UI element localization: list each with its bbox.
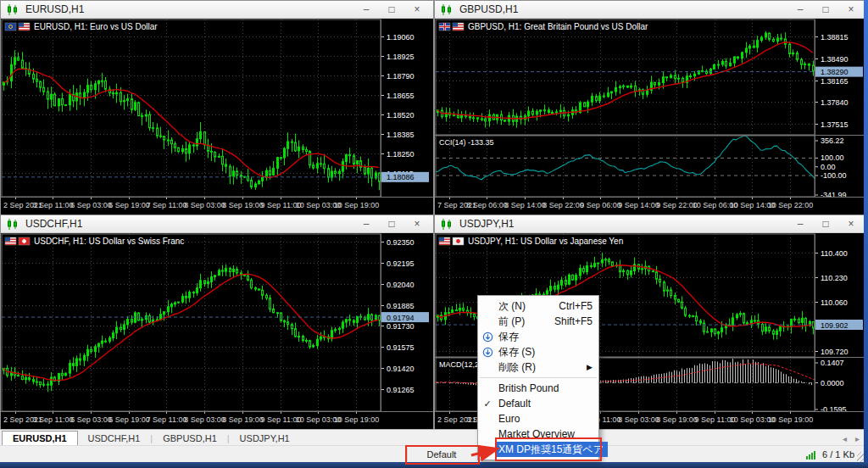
chart-background [1,19,433,214]
window-controls: – □ × [360,3,423,15]
time-tick: 6 Sep 03:00 [70,415,112,424]
windows-taskbar-edge [0,462,868,468]
menu-item-save-as[interactable]: 保存 (S) [478,344,598,359]
window-titlebar[interactable]: EURUSD,H1 – □ × [1,1,433,19]
minimize-icon[interactable]: – [360,3,372,15]
window-title: USDJPY,H1 [459,218,794,230]
chart-title-text: GBPUSD, H1: Great Britain Pound vs US Do… [468,22,648,31]
chart-window-gbpusd: GBPUSD,H1 – □ × 7 Sep 20218 Sep 06:008 S… [434,0,868,214]
chart-title-text: USDCHF, H1: US Dollar vs Swiss Franc [34,237,184,246]
window-title: EURUSD,H1 [25,3,360,15]
close-icon[interactable]: × [411,3,423,15]
price-tick: 1.18790 [387,72,415,81]
menu-item-delete[interactable]: 削除 (R)▶ [478,359,598,375]
price-tick: 0.91885 [387,302,415,310]
chart-window-icon [6,4,21,15]
menu-item-default[interactable]: ✓ Default [478,396,598,411]
tab-scroll-right-icon[interactable]: ▸ [855,434,860,443]
menu-separator [480,377,597,378]
menu-item-save[interactable]: 保存 [478,329,598,344]
desktop-edge-strip [864,0,868,462]
tab-usdchf[interactable]: USDCHF,H1 [78,432,151,446]
menu-item-market-overview[interactable]: Market Overview [478,426,598,442]
minimize-icon[interactable]: – [794,218,806,230]
price-tick: 0.92195 [387,259,415,268]
time-tick: 10 Sep 19:00 [768,415,814,424]
price-tick: 109.720 [821,348,849,356]
tab-usdjpy[interactable]: USDJPY,H1 [230,432,300,446]
indicator-label: CCI(14) -133.35 [439,138,494,147]
chart-background [435,19,867,214]
menu-item-british-pound[interactable]: British Pound [478,381,598,396]
window-titlebar[interactable]: USDJPY,H1 – □ × [435,215,867,233]
price-tick: 0.91265 [387,386,415,394]
price-tick: 1.18925 [387,53,415,61]
status-profile-selector[interactable]: Default [407,448,476,461]
indicator-tick: 0.00 [821,163,836,171]
window-titlebar[interactable]: GBPUSD,H1 – □ × [435,1,867,19]
minimize-icon[interactable]: – [360,218,372,230]
menu-item-previous[interactable]: 前 (P)Shift+F5 [478,314,598,329]
price-tick: 1.18385 [387,131,415,139]
indicator-tick: 100.00 [821,153,844,162]
window-titlebar[interactable]: USDCHF,H1 – □ × [1,215,433,233]
status-bar: Default 6 / 1 Kb [0,445,868,463]
chart-title-text: EURUSD, H1: Euro vs US Dollar [34,22,158,31]
price-tick: 0.92040 [387,281,415,289]
price-tick: 0.91420 [387,365,415,373]
traffic-label: 6 / 1 Kb [822,449,854,460]
menu-item-xm-dp-profile[interactable]: XM DP推奨15通貨ペア [478,442,598,457]
save-icon [478,347,497,358]
check-icon: ✓ [478,398,497,410]
chart-symbol-label: EURUSD, H1: Euro vs US Dollar [4,22,158,31]
maximize-icon[interactable]: □ [820,3,832,15]
chart-window-icon [6,219,21,230]
maximize-icon[interactable]: □ [386,3,398,15]
tab-eurusd[interactable]: EURUSD,H1 [2,431,78,446]
chart-window-usdchf: USDCHF,H1 – □ × 2 Sep 20213 Sep 11:006 S… [0,214,434,429]
time-tick: 9 Sep 06:00 [580,201,621,209]
time-tick: 10 Sep 19:00 [334,415,380,424]
tab-gbpusd[interactable]: GBPUSD,H1 [153,432,227,446]
close-icon[interactable]: × [845,218,857,230]
flag-icon-jp [453,237,464,245]
connection-status: 6 / 1 Kb [806,448,854,461]
current-price-label: 1.18086 [387,173,415,181]
menu-item-next[interactable]: 次 (N)Ctrl+F5 [478,298,598,314]
time-tick: 8 Sep 19:00 [656,415,698,424]
menu-item-euro[interactable]: Euro [478,411,598,426]
chart-tab-bar: EURUSD,H1 USDCHF,H1 | GBPUSD,H1 | USDJPY… [0,429,868,446]
price-tick: 110.230 [821,274,848,282]
close-icon[interactable]: × [845,3,857,15]
chart-symbol-label: GBPUSD, H1: Great Britain Pound vs US Do… [438,22,648,31]
minimize-icon[interactable]: – [794,3,806,15]
indicator-tick: 0.0000 [821,379,844,387]
flag-icon-us [453,23,464,31]
price-tick: 110.060 [821,298,848,307]
chart-context-menu: 次 (N)Ctrl+F5 前 (P)Shift+F5 保存 保存 (S) 削除 … [477,295,599,460]
chart-eurusd[interactable]: 2 Sep 20213 Sep 11:006 Sep 03:006 Sep 19… [1,19,433,214]
tab-scroll-controls: ◂ ▸ [843,434,860,446]
flag-icon-us [439,237,450,245]
time-tick: 8 Sep 14:00 [504,201,546,209]
signal-bars-icon [806,449,818,460]
price-tick: 0.92350 [387,238,415,247]
chart-usdchf[interactable]: 2 Sep 20213 Sep 11:006 Sep 03:006 Sep 19… [1,233,433,429]
indicator-tick: 0.1407 [821,359,844,367]
price-tick: 0.91730 [387,322,415,331]
time-tick: 8 Sep 19:00 [222,201,264,209]
window-title: USDCHF,H1 [25,218,360,230]
close-icon[interactable]: × [411,218,423,230]
chart-gbpusd[interactable]: 7 Sep 20218 Sep 06:008 Sep 14:008 Sep 22… [435,19,867,214]
time-tick: 8 Sep 22:00 [542,201,584,209]
save-icon [478,332,497,343]
tab-scroll-left-icon[interactable]: ◂ [843,434,847,443]
flag-icon-us [5,237,16,245]
window-controls: – □ × [794,218,857,230]
maximize-icon[interactable]: □ [820,218,832,230]
price-tick: 1.18250 [387,150,415,159]
maximize-icon[interactable]: □ [386,218,398,230]
time-tick: 10 Sep 22:00 [768,201,814,209]
flag-icon-ch [19,237,30,245]
mt4-workspace: EURUSD,H1 – □ × 2 Sep 20213 Sep 11:006 S… [0,0,868,468]
